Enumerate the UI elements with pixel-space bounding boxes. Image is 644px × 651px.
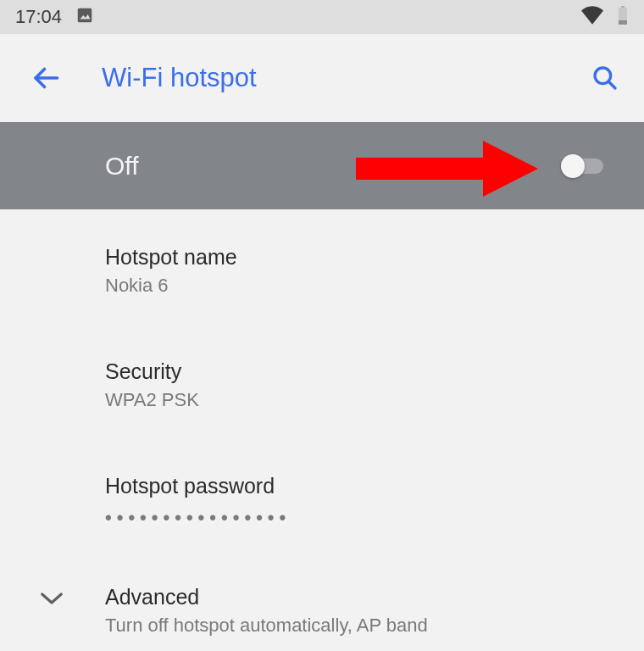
svg-rect-3: [619, 20, 627, 25]
chevron-down-icon: [24, 585, 80, 607]
hotspot-name-value: Nokia 6: [105, 275, 617, 297]
password-title: Hotspot password: [105, 474, 617, 498]
search-button[interactable]: [591, 64, 619, 92]
hotspot-toggle-row[interactable]: Off: [0, 122, 644, 209]
status-left: 17:04: [15, 6, 94, 28]
svg-rect-0: [78, 8, 92, 23]
status-bar: 17:04: [0, 0, 644, 34]
settings-list: Hotspot name Nokia 6 Security WPA2 PSK H…: [0, 209, 644, 651]
wifi-icon: [581, 6, 603, 28]
advanced-item[interactable]: Advanced Turn off hotspot automatically,…: [0, 566, 644, 651]
svg-rect-1: [621, 6, 625, 8]
hotspot-toggle-label: Off: [105, 152, 561, 181]
advanced-subtitle: Turn off hotspot automatically, AP band: [105, 615, 617, 637]
svg-line-6: [608, 81, 615, 88]
hotspot-name-title: Hotspot name: [105, 245, 617, 270]
security-title: Security: [105, 359, 617, 384]
page-title: Wi-Fi hotspot: [102, 63, 591, 93]
hotspot-name-item[interactable]: Hotspot name Nokia 6: [0, 226, 644, 315]
switch-thumb: [561, 154, 585, 178]
back-button[interactable]: [31, 63, 61, 93]
advanced-title: Advanced: [105, 585, 617, 609]
app-bar: Wi-Fi hotspot: [0, 34, 644, 122]
security-value: WPA2 PSK: [105, 389, 617, 411]
password-item[interactable]: Hotspot password ••••••••••••••••: [0, 455, 644, 541]
battery-icon: [617, 6, 629, 28]
password-value: ••••••••••••••••: [105, 504, 617, 522]
status-time: 17:04: [15, 6, 62, 28]
hotspot-toggle-switch[interactable]: [561, 153, 603, 179]
status-right: [581, 6, 629, 28]
image-icon: [75, 6, 94, 28]
security-item[interactable]: Security WPA2 PSK: [0, 341, 644, 430]
